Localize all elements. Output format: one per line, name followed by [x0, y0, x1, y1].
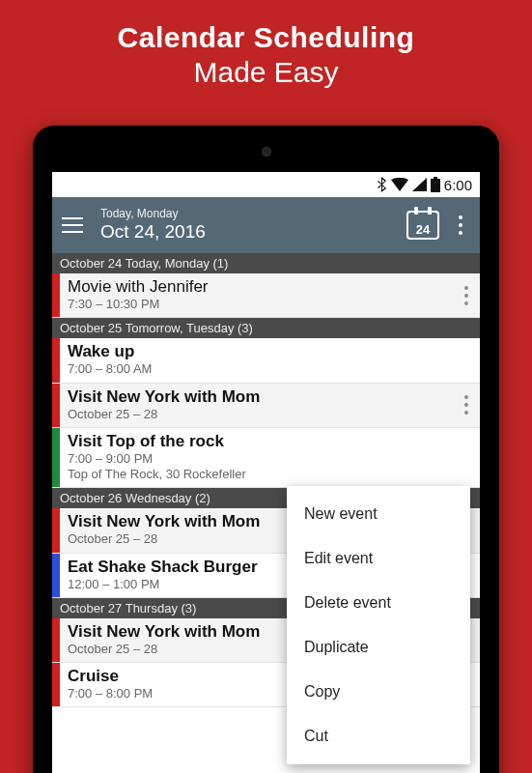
battery-icon [431, 177, 440, 192]
event-actions [453, 338, 480, 382]
event-actions[interactable] [453, 273, 480, 317]
promo-title: Calendar Scheduling Made Easy [0, 0, 532, 89]
context-menu-item[interactable]: Copy [287, 670, 470, 714]
event-row[interactable]: Visit New York with MomOctober 25 – 28 [52, 384, 480, 428]
event-title: Movie with Jennifer [68, 277, 447, 297]
event-row[interactable]: Visit Top of the rock7:00 – 9:00 PMTop o… [52, 428, 480, 489]
context-menu-item[interactable]: Delete event [287, 581, 470, 625]
event-color-bar [52, 273, 60, 317]
event-color-bar [52, 663, 60, 706]
cell-signal-icon [412, 178, 427, 191]
section-header: October 25 Tomorrow, Tuesday (3) [52, 318, 480, 338]
svg-rect-1 [434, 177, 437, 179]
context-menu-item[interactable]: Cut [287, 714, 470, 759]
event-location: Top of The Rock, 30 Rockefeller [68, 467, 447, 482]
appbar-title: Oct 24, 2016 [100, 221, 406, 243]
event-color-bar [52, 554, 60, 597]
event-body: Visit Top of the rock7:00 – 9:00 PMTop o… [60, 428, 453, 488]
context-menu-item[interactable]: New event [287, 492, 470, 536]
event-row[interactable]: Wake up7:00 – 8:00 AM [52, 338, 480, 383]
promo-line1: Calendar Scheduling [0, 21, 532, 54]
event-body: Visit New York with MomOctober 25 – 28 [60, 384, 453, 427]
event-time: 7:30 – 10:30 PM [68, 297, 447, 312]
bluetooth-icon [378, 177, 387, 192]
event-actions [453, 428, 480, 488]
promo-line2: Made Easy [0, 56, 532, 89]
event-title: Visit Top of the rock [68, 432, 447, 451]
event-time: October 25 – 28 [68, 407, 447, 422]
event-body: Wake up7:00 – 8:00 AM [60, 338, 453, 382]
context-menu: New eventEdit eventDelete eventDuplicate… [287, 486, 470, 764]
event-body: Movie with Jennifer7:30 – 10:30 PM [60, 273, 453, 317]
appbar-subtitle: Today, Monday [100, 208, 406, 221]
section-header: October 24 Today, Monday (1) [52, 253, 480, 273]
event-color-bar [52, 384, 60, 427]
svg-rect-0 [431, 179, 440, 192]
menu-icon[interactable] [62, 213, 87, 238]
calendar-today-icon[interactable]: 24 [406, 211, 439, 240]
event-color-bar [52, 508, 60, 552]
event-title: Wake up [68, 342, 447, 361]
event-actions[interactable] [453, 384, 480, 427]
app-bar: Today, Monday Oct 24, 2016 24 [52, 197, 480, 253]
event-title: Visit New York with Mom [68, 387, 447, 407]
tablet-frame: 6:00 Today, Monday Oct 24, 2016 24 Octob… [33, 126, 499, 773]
screen: 6:00 Today, Monday Oct 24, 2016 24 Octob… [52, 172, 480, 773]
wifi-icon [391, 178, 408, 191]
event-time: 7:00 – 8:00 AM [68, 361, 447, 377]
status-bar: 6:00 [52, 172, 480, 197]
event-menu-icon[interactable] [457, 392, 476, 417]
status-time: 6:00 [444, 177, 472, 193]
overflow-menu-icon[interactable] [451, 213, 470, 238]
appbar-title-block[interactable]: Today, Monday Oct 24, 2016 [100, 208, 406, 243]
event-menu-icon[interactable] [457, 283, 476, 308]
event-time: 7:00 – 9:00 PM [68, 451, 447, 467]
event-color-bar [52, 618, 60, 662]
context-menu-item[interactable]: Duplicate [287, 625, 470, 670]
event-row[interactable]: Movie with Jennifer7:30 – 10:30 PM [52, 273, 480, 318]
event-color-bar [52, 338, 60, 382]
event-color-bar [52, 428, 60, 488]
tablet-camera [262, 147, 271, 157]
context-menu-item[interactable]: Edit event [287, 536, 470, 581]
